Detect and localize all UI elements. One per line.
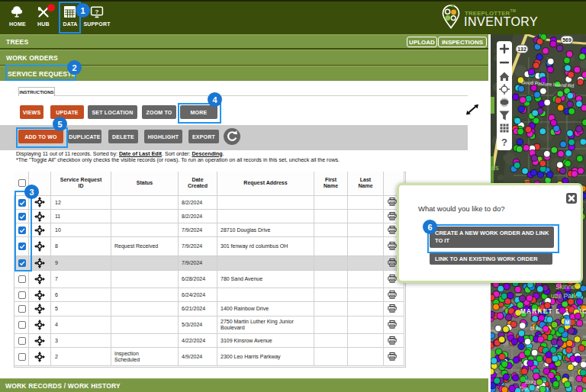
svg-text:569: 569: [562, 37, 572, 43]
svg-text:Skinner: Skinner: [555, 283, 578, 291]
svg-text:utte Park: utte Park: [551, 292, 578, 300]
svg-text:M: M: [565, 320, 569, 325]
svg-text:?: ?: [501, 137, 507, 148]
svg-text:?: ?: [95, 8, 99, 15]
svg-text:132: 132: [517, 47, 526, 52]
svg-text:ds: ds: [491, 164, 499, 172]
